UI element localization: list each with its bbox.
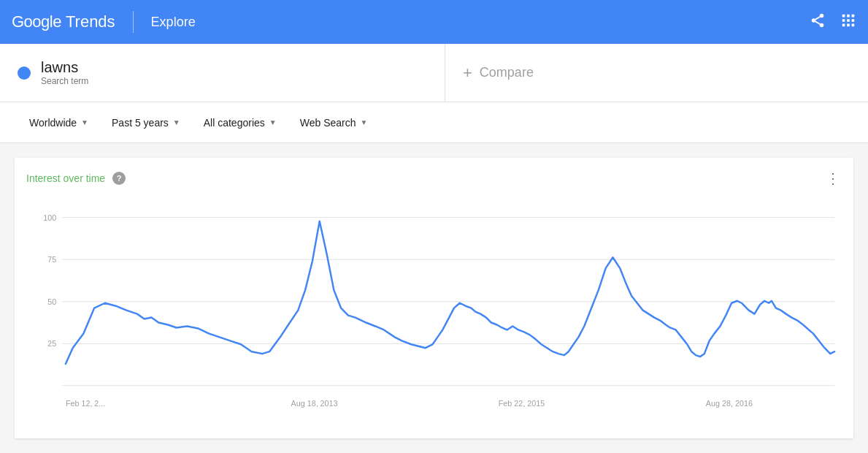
time-filter[interactable]: Past 5 years ▼ xyxy=(100,111,192,134)
svg-rect-11 xyxy=(842,23,845,26)
svg-rect-7 xyxy=(852,14,855,17)
search-term-text: lawns Search term xyxy=(41,59,88,86)
chart-area: 100 75 50 25 Feb 12, 2... Aug 18, 2013 F… xyxy=(26,196,842,442)
region-filter[interactable]: Worldwide ▼ xyxy=(18,111,100,134)
header-explore-label: Explore xyxy=(151,15,196,30)
filter-bar: Worldwide ▼ Past 5 years ▼ All categorie… xyxy=(0,102,868,143)
svg-text:25: 25 xyxy=(47,339,56,348)
svg-text:50: 50 xyxy=(47,297,56,306)
region-filter-label: Worldwide xyxy=(29,117,77,129)
svg-point-1 xyxy=(812,18,816,23)
search-term-section[interactable]: lawns Search term xyxy=(0,44,445,102)
svg-text:Aug 28, 2016: Aug 28, 2016 xyxy=(706,398,753,407)
svg-rect-13 xyxy=(852,23,855,26)
svg-rect-12 xyxy=(847,23,850,26)
svg-text:Feb 22, 2015: Feb 22, 2015 xyxy=(499,398,545,407)
svg-text:Feb 12, 2...: Feb 12, 2... xyxy=(66,398,105,407)
search-type-filter-label: Web Search xyxy=(300,117,356,129)
more-options-icon[interactable]: ⋮ xyxy=(826,170,842,187)
compare-label: Compare xyxy=(480,65,534,80)
search-bar: lawns Search term + Compare xyxy=(0,44,868,102)
chart-header: Interest over time ? ⋮ xyxy=(26,170,842,187)
search-type-chevron-icon: ▼ xyxy=(360,118,367,126)
header-left: Google Trends Explore xyxy=(12,11,196,33)
grid-apps-icon[interactable] xyxy=(840,12,856,32)
svg-point-0 xyxy=(820,13,824,18)
category-filter-label: All categories xyxy=(204,117,265,129)
time-chevron-icon: ▼ xyxy=(173,118,180,126)
compare-section[interactable]: + Compare xyxy=(445,44,868,102)
category-filter[interactable]: All categories ▼ xyxy=(192,111,288,134)
svg-rect-6 xyxy=(847,14,850,17)
chart-svg: 100 75 50 25 Feb 12, 2... Aug 18, 2013 F… xyxy=(26,196,842,442)
svg-point-2 xyxy=(820,23,824,26)
logo-trends: Trends xyxy=(66,12,115,31)
region-chevron-icon: ▼ xyxy=(81,118,88,126)
logo: Google Trends xyxy=(12,12,115,31)
header-icons xyxy=(810,12,856,32)
search-term-type: Search term xyxy=(41,76,88,86)
logo-google: Google xyxy=(12,12,61,31)
time-filter-label: Past 5 years xyxy=(112,117,169,129)
compare-plus-icon: + xyxy=(463,64,472,83)
search-type-filter[interactable]: Web Search ▼ xyxy=(288,111,380,134)
svg-text:75: 75 xyxy=(47,255,56,264)
chart-title-area: Interest over time ? xyxy=(26,172,126,185)
category-chevron-icon: ▼ xyxy=(269,118,277,126)
chart-title: Interest over time xyxy=(26,172,105,184)
help-icon[interactable]: ? xyxy=(112,172,126,185)
svg-line-3 xyxy=(815,21,820,24)
share-icon[interactable] xyxy=(810,12,826,32)
svg-text:Aug 18, 2013: Aug 18, 2013 xyxy=(291,398,338,407)
svg-rect-8 xyxy=(842,19,845,22)
svg-rect-5 xyxy=(842,14,845,17)
svg-text:100: 100 xyxy=(43,213,56,222)
svg-rect-9 xyxy=(847,19,850,22)
svg-line-4 xyxy=(815,16,820,19)
svg-rect-10 xyxy=(852,19,855,22)
interest-over-time-card: Interest over time ? ⋮ 100 75 xyxy=(15,158,853,438)
search-term-name: lawns xyxy=(41,59,88,76)
app-header: Google Trends Explore xyxy=(0,0,868,44)
search-term-dot xyxy=(18,66,31,80)
trend-line xyxy=(66,221,834,364)
main-content: Interest over time ? ⋮ 100 75 xyxy=(0,143,868,453)
header-divider xyxy=(133,11,134,33)
